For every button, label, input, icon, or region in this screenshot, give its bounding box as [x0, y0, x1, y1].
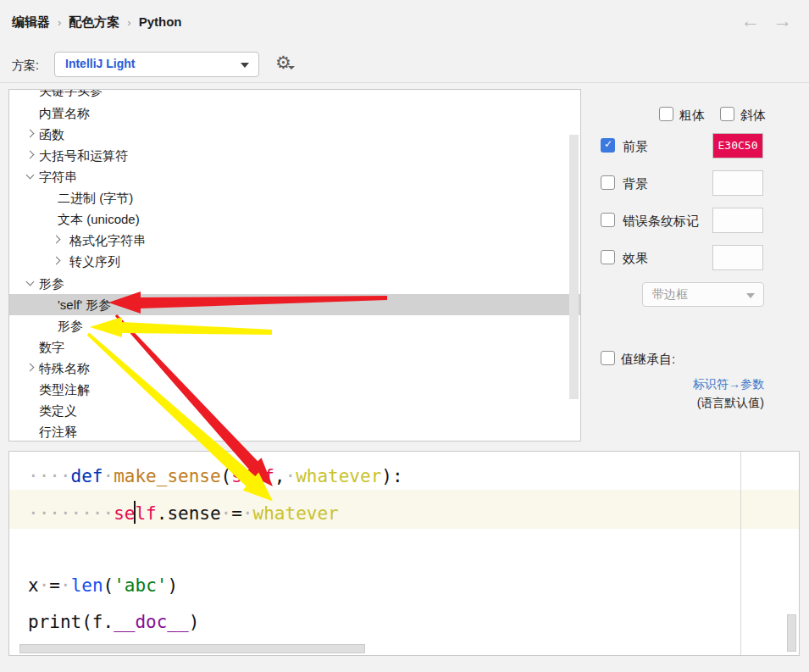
error-stripe-label: 错误条纹标记 [623, 214, 699, 230]
tree-item-label: 大括号和运算符 [39, 145, 128, 166]
code-token-pln: , [274, 466, 285, 486]
vertical-scrollbar[interactable] [787, 614, 796, 652]
chevron-collapsed-icon[interactable] [26, 130, 35, 138]
tree-item[interactable]: 格式化字符串 [9, 230, 580, 251]
breadcrumb-separator: › [127, 16, 130, 29]
gear-icon[interactable]: ⚙ [275, 53, 291, 73]
code-token-pln: .sense [157, 503, 221, 524]
chevron-down-icon [241, 63, 249, 68]
tree-item[interactable]: 类型注解 [9, 379, 580, 400]
code-token-fn: make_sense [114, 466, 220, 486]
breadcrumb-separator: › [58, 16, 61, 29]
tree-item[interactable]: 关键字实参 [9, 89, 580, 101]
breadcrumb-item-color-scheme[interactable]: 配色方案 [69, 14, 119, 29]
breadcrumb-item-editor[interactable]: 编辑器 [12, 14, 50, 29]
tree-item-label: 数字 [39, 336, 64, 358]
italic-checkbox[interactable] [720, 107, 734, 121]
chevron-collapsed-icon[interactable] [53, 236, 61, 244]
tree-item[interactable]: 数字 [9, 336, 580, 358]
chevron-collapsed-icon[interactable] [53, 257, 61, 265]
foreground-label: 前景 [623, 139, 648, 155]
bold-checkbox[interactable] [659, 107, 673, 121]
chevron-collapsed-icon[interactable] [26, 363, 35, 371]
code-token-pln: ( [103, 575, 114, 596]
tree-item-label: 二进制 (字节) [58, 187, 133, 208]
effect-type-select[interactable]: 带边框 [642, 282, 764, 307]
tree-item[interactable]: 文本 (unicode) [9, 208, 580, 230]
inherit-note: (语言默认值) [593, 396, 764, 411]
code-token-pln: x [28, 575, 39, 596]
code-token-param: whatever [253, 503, 339, 524]
tree-item[interactable]: 二进制 (字节) [9, 187, 580, 208]
tree-item-label: 转义序列 [69, 251, 120, 272]
tree-scrollbar[interactable] [569, 135, 579, 399]
right-margin-guide [740, 452, 741, 655]
forward-arrow-icon[interactable]: → [773, 9, 792, 32]
code-token-ws: · [39, 575, 50, 596]
error-stripe-color-swatch[interactable] [712, 208, 763, 233]
effect-type-value: 带边框 [652, 287, 688, 303]
code-token-pln: ): [381, 466, 402, 486]
scheme-select-value: IntelliJ Light [65, 57, 135, 70]
error-stripe-checkbox[interactable] [601, 213, 615, 227]
code-token-self: se [114, 503, 135, 524]
tree-item-label: 特殊名称 [39, 358, 90, 379]
code-token-pln: ) [189, 612, 200, 632]
tree-item[interactable]: 内置名称 [9, 103, 580, 124]
code-line[interactable]: x·=·len('abc') [28, 571, 178, 600]
foreground-checkbox[interactable] [601, 138, 615, 153]
code-line[interactable]: print(f.__doc__) [28, 608, 199, 636]
horizontal-scrollbar[interactable] [19, 644, 365, 653]
chevron-down-icon [288, 66, 295, 69]
tree-item[interactable]: 形参 [9, 315, 580, 336]
tree-item-label: 函数 [39, 124, 64, 145]
tree-item[interactable]: 类定义 [9, 400, 580, 421]
bold-label: 粗体 [679, 108, 705, 124]
inherit-checkbox[interactable] [601, 351, 615, 365]
code-token-pln: = [231, 503, 242, 524]
code-token-pln: ) [167, 575, 178, 596]
tree-item[interactable]: 行注释 [9, 421, 580, 442]
tree-item-label: 形参 [39, 273, 64, 294]
foreground-color-swatch[interactable]: E30C50 [712, 133, 763, 158]
tree-item[interactable]: 函数 [9, 124, 580, 145]
code-token-pln: print(f. [28, 612, 114, 632]
syntax-element-tree: 关键字实参内置名称函数大括号和运算符字符串二进制 (字节)文本 (unicode… [8, 89, 581, 442]
breadcrumb: 编辑器›配色方案›Python [12, 14, 182, 31]
code-token-ws: · [242, 503, 253, 524]
tree-item[interactable]: 'self' 形参 [9, 294, 580, 315]
italic-label: 斜体 [740, 108, 766, 124]
code-token-ws: · [60, 575, 71, 596]
code-token-ws: ···· [28, 466, 71, 486]
chevron-expanded-icon[interactable] [26, 277, 35, 286]
code-token-param: whatever [296, 466, 381, 486]
tree-item[interactable]: 特殊名称 [9, 358, 580, 379]
code-token-self: lf [135, 503, 156, 524]
effects-checkbox[interactable] [601, 250, 615, 264]
breadcrumb-item-python: Python [139, 14, 182, 29]
chevron-down-icon [746, 293, 755, 298]
code-line[interactable]: ········self.sense·=·whatever [28, 499, 339, 528]
tree-item[interactable]: 大括号和运算符 [9, 145, 580, 166]
tree-item-label: 行注释 [39, 421, 77, 442]
inherit-source-link[interactable]: 标识符→参数 [593, 377, 764, 392]
back-arrow-icon[interactable]: ← [740, 9, 760, 32]
tree-item[interactable]: 字符串 [9, 166, 580, 187]
background-color-swatch[interactable] [712, 170, 763, 196]
background-checkbox[interactable] [601, 175, 615, 190]
code-token-kw: def [71, 466, 103, 486]
effects-color-swatch[interactable] [712, 245, 763, 270]
chevron-expanded-icon[interactable] [26, 171, 35, 180]
background-label: 背景 [623, 176, 648, 192]
tree-item-label: 文本 (unicode) [58, 208, 140, 230]
header-divider [0, 82, 809, 83]
preview-editor[interactable]: ····def·make_sense(self,·whatever):·····… [8, 451, 800, 656]
tree-item[interactable]: 转义序列 [9, 251, 580, 272]
code-line[interactable]: ····def·make_sense(self,·whatever): [28, 462, 403, 491]
scheme-select[interactable]: IntelliJ Light [54, 52, 259, 77]
tree-item-label: 类定义 [39, 400, 77, 421]
code-token-ws: · [285, 466, 296, 486]
tree-item[interactable]: 形参 [9, 273, 580, 294]
chevron-collapsed-icon[interactable] [26, 151, 35, 159]
tree-item-label: 形参 [58, 315, 83, 336]
